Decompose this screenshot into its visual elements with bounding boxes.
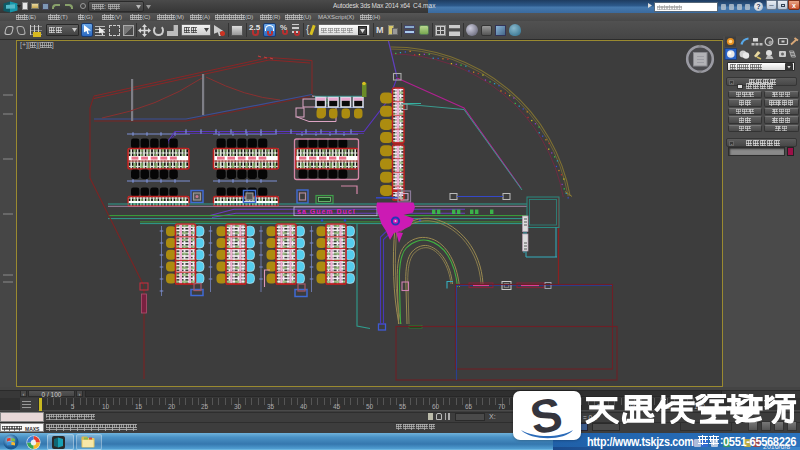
svg-text:sa Guem Ducl: sa Guem Ducl xyxy=(297,208,356,215)
svg-text:S: S xyxy=(526,391,566,440)
